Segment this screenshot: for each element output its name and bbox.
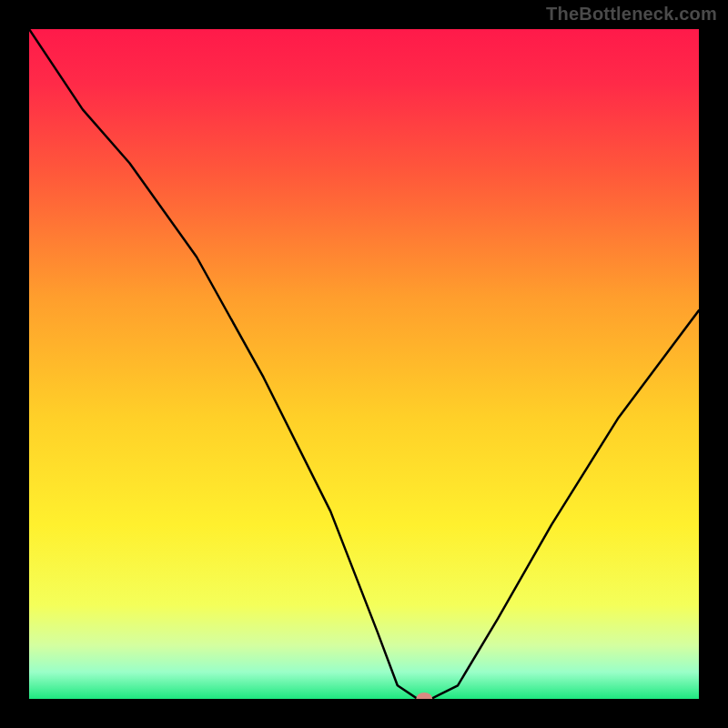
- plot-area: [29, 29, 699, 699]
- watermark-text: TheBottleneck.com: [546, 4, 717, 25]
- chart-svg: [29, 29, 699, 699]
- chart-frame: TheBottleneck.com: [0, 0, 728, 728]
